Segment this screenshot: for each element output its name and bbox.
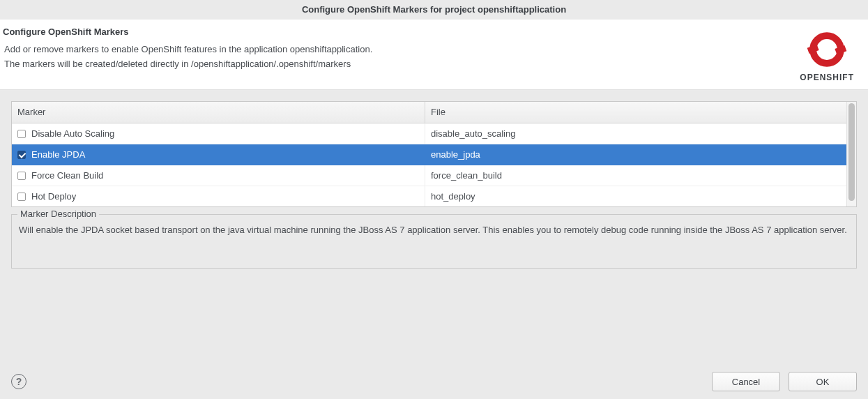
- header-text-block: Configure OpenShift Markers Add or remov…: [4, 27, 800, 72]
- help-button[interactable]: ?: [11, 374, 26, 389]
- page-subtitle: Add or remove markers to enable OpenShif…: [4, 43, 800, 72]
- subtitle-line-1: Add or remove markers to enable OpenShif…: [4, 43, 800, 57]
- file-cell[interactable]: force_clean_build: [425, 165, 847, 186]
- file-cell[interactable]: hot_deploy: [425, 186, 847, 206]
- column-header-marker[interactable]: Marker: [12, 102, 425, 123]
- openshift-logo-icon: [805, 28, 848, 71]
- dialog-body: Marker File Disable Auto Scalingdisable_…: [0, 90, 868, 280]
- row-checkbox[interactable]: [17, 172, 26, 180]
- marker-cell[interactable]: Hot Deploy: [12, 186, 425, 206]
- subtitle-line-2: The markers will be created/deleted dire…: [4, 57, 800, 72]
- file-cell[interactable]: enable_jpda: [425, 144, 847, 165]
- table-row[interactable]: Force Clean Buildforce_clean_build: [12, 165, 846, 186]
- marker-cell[interactable]: Enable JPDA: [12, 144, 425, 165]
- table-row[interactable]: Enable JPDAenable_jpda: [12, 144, 846, 165]
- marker-cell[interactable]: Force Clean Build: [12, 165, 425, 186]
- cancel-button[interactable]: Cancel: [712, 372, 780, 391]
- marker-description-legend: Marker Description: [17, 209, 99, 219]
- scrollbar-thumb[interactable]: [848, 103, 855, 201]
- marker-description-group: Marker Description Will enable the JPDA …: [11, 214, 857, 269]
- row-checkbox[interactable]: [17, 193, 26, 201]
- row-checkbox[interactable]: [17, 130, 26, 138]
- table-row[interactable]: Disable Auto Scalingdisable_auto_scaling: [12, 123, 846, 144]
- marker-label: Force Clean Build: [31, 170, 103, 181]
- markers-table-container: Marker File Disable Auto Scalingdisable_…: [11, 101, 857, 207]
- table-header-row: Marker File: [12, 102, 846, 123]
- marker-label: Enable JPDA: [31, 149, 85, 160]
- file-cell[interactable]: disable_auto_scaling: [425, 123, 847, 144]
- footer-button-row: Cancel OK: [712, 372, 857, 391]
- marker-cell[interactable]: Disable Auto Scaling: [12, 123, 425, 144]
- vertical-scrollbar[interactable]: [846, 102, 856, 206]
- dialog-header: Configure OpenShift Markers Add or remov…: [0, 20, 868, 90]
- dialog-footer: ? Cancel OK: [0, 364, 868, 399]
- marker-description-text: Will enable the JPDA socket based transp…: [19, 223, 849, 237]
- table-row[interactable]: Hot Deployhot_deploy: [12, 186, 846, 206]
- column-header-file[interactable]: File: [425, 102, 847, 123]
- marker-label: Hot Deploy: [31, 191, 76, 202]
- row-checkbox[interactable]: [17, 151, 26, 159]
- marker-label: Disable Auto Scaling: [31, 128, 114, 139]
- markers-table[interactable]: Marker File Disable Auto Scalingdisable_…: [12, 102, 846, 207]
- ok-button[interactable]: OK: [789, 372, 857, 391]
- openshift-logo-label: OPENSHIFT: [800, 73, 854, 82]
- openshift-logo: OPENSHIFT: [800, 27, 854, 82]
- page-title: Configure OpenShift Markers: [3, 27, 800, 37]
- window-title: Configure OpenShift Markers for project …: [0, 0, 868, 20]
